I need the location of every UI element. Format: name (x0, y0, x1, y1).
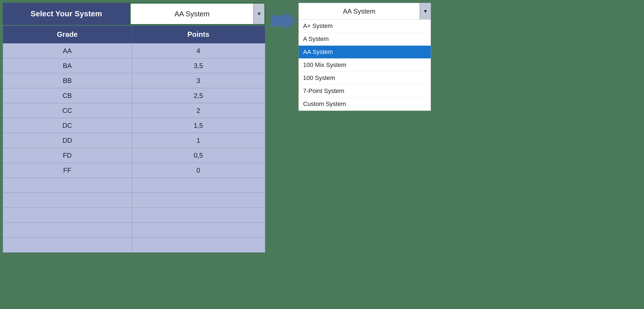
grade-cell: FD (3, 148, 132, 163)
table-row (3, 208, 265, 223)
points-cell: 0,5 (132, 148, 265, 163)
right-arrow-icon (271, 11, 296, 30)
chevron-down-icon: ▼ (423, 9, 428, 14)
grade-cell: BB (3, 73, 132, 88)
arrow-container (265, 3, 298, 30)
popup-selected-value: AA System (299, 5, 420, 17)
points-cell: 1 (132, 133, 265, 148)
table-row: BA3,5 (3, 58, 265, 73)
grade-cell: DD (3, 133, 132, 148)
chevron-down-icon: ▼ (257, 11, 262, 17)
table-row (3, 238, 265, 253)
table-row: CB2,5 (3, 88, 265, 103)
points-cell (132, 208, 265, 223)
points-cell: 3,5 (132, 58, 265, 73)
points-cell (132, 223, 265, 238)
dropdown-option[interactable]: A+ System (299, 20, 431, 33)
dropdown-popup[interactable]: AA System ▼ A+ SystemA SystemAA System10… (298, 3, 431, 111)
dropdown-option[interactable]: AA System (299, 46, 431, 59)
table-row: CC2 (3, 103, 265, 118)
svg-marker-0 (271, 11, 296, 30)
grade-cell: AA (3, 43, 132, 58)
table-row: FD0,5 (3, 148, 265, 163)
table-row: DD1 (3, 133, 265, 148)
grade-cell: CC (3, 103, 132, 118)
dropdown-option[interactable]: 100 System (299, 72, 431, 85)
table-row: DC1,5 (3, 118, 265, 133)
points-cell: 1,5 (132, 118, 265, 133)
dropdown-options-list: A+ SystemA SystemAA System100 Mix System… (299, 20, 431, 111)
select-system-label: Select Your System (3, 3, 130, 25)
table-row (3, 223, 265, 238)
popup-header: AA System ▼ (299, 3, 431, 20)
dropdown-toggle-button[interactable]: ▼ (253, 4, 264, 24)
points-cell: 0 (132, 163, 265, 178)
points-cell (132, 178, 265, 193)
grade-cell (3, 178, 132, 193)
points-cell (132, 193, 265, 208)
grade-cell: DC (3, 118, 132, 133)
dropdown-option[interactable]: 7-Point System (299, 85, 431, 98)
grade-column-header: Grade (3, 26, 132, 43)
points-cell: 3 (132, 73, 265, 88)
grade-cell: FF (3, 163, 132, 178)
grade-cell (3, 238, 132, 253)
dropdown-option[interactable]: A System (299, 33, 431, 46)
dropdown-option[interactable]: 100 Mix System (299, 59, 431, 72)
main-container: Select Your System AA System ▼ Grade Poi… (3, 3, 431, 253)
grade-cell: CB (3, 88, 132, 103)
dropdown-selected-value: AA System (131, 7, 253, 20)
header-row: Select Your System AA System ▼ (3, 3, 265, 25)
popup-dropdown-arrow-button[interactable]: ▼ (420, 3, 431, 20)
grade-cell (3, 208, 132, 223)
grades-table: Grade Points AA4BA3,5BB3CB2,5CC2DC1,5DD1… (3, 25, 265, 253)
points-cell: 4 (132, 43, 265, 58)
system-dropdown[interactable]: AA System ▼ (130, 3, 265, 25)
points-column-header: Points (132, 26, 265, 43)
table-row: BB3 (3, 73, 265, 88)
table-row (3, 193, 265, 208)
points-cell: 2 (132, 103, 265, 118)
table-row: FF0 (3, 163, 265, 178)
table-row: AA4 (3, 43, 265, 58)
table-row (3, 178, 265, 193)
dropdown-option[interactable]: Custom System (299, 98, 431, 111)
points-cell (132, 238, 265, 253)
grade-cell (3, 193, 132, 208)
points-cell: 2,5 (132, 88, 265, 103)
grade-cell (3, 223, 132, 238)
grade-cell: BA (3, 58, 132, 73)
left-panel: Select Your System AA System ▼ Grade Poi… (3, 3, 265, 253)
